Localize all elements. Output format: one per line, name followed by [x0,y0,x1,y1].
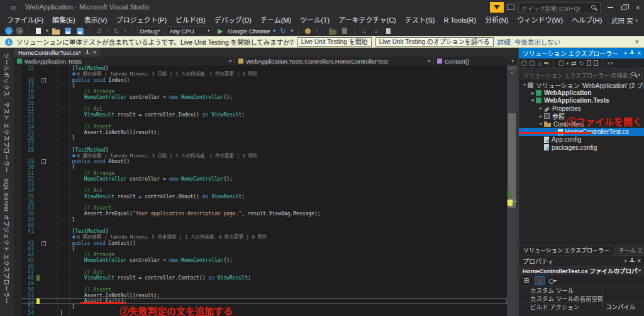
menu-item[interactable]: プロジェクト(P) [111,15,171,26]
code-line[interactable]: 30{ [14,164,507,170]
chevron-down-icon[interactable]: ▾ [638,72,640,77]
code-line[interactable]: 27 [14,141,507,147]
property-row[interactable]: カスタム ツール [519,286,644,295]
tab-team-explorer[interactable]: チーム エクスプローラー [614,246,644,256]
code-line[interactable]: 44// Arrange [14,252,507,257]
property-row[interactable]: ビルド アクションコンパイル [519,303,644,311]
code-line[interactable]: 24// Assert [14,124,507,130]
menu-item[interactable]: チーム(M) [256,15,296,26]
tree-item[interactable]: App.config [519,136,644,144]
code-line[interactable]: 41[TestMethod] [14,229,507,234]
menu-item[interactable]: R Tools(R) [439,15,480,26]
start-live-unit-testing-button[interactable]: Live Unit Testing を開始 [297,37,372,47]
pin-icon[interactable] [629,50,635,56]
menu-item[interactable]: 分析(N) [480,15,513,26]
new-file-icon[interactable] [34,26,43,35]
code-line[interactable]: 26} [14,135,507,141]
pending-changes-filter-icon[interactable] [558,60,564,66]
home-icon[interactable]: ⌂ [538,59,541,68]
refresh-icon[interactable]: ↻ [279,26,287,35]
collapse-all-icon[interactable] [587,60,591,66]
close-icon[interactable]: × [637,257,641,264]
code-line[interactable]: 46 [14,264,507,269]
undo-icon[interactable]: ↺ [95,26,104,35]
menu-item[interactable]: アーキテクチャ(C) [334,15,401,26]
code-line[interactable]: 47// Act [14,269,507,275]
window-position-icon[interactable]: ▾ [625,259,627,264]
start-debug-icon[interactable]: ▶ [216,26,225,35]
code-line[interactable]: 0 個の参照 | Takeda Minoru、3 日前 | 1 人の作成者、1 … [14,153,507,159]
code-line[interactable]: 39} [14,217,507,223]
code-line[interactable]: 23 [14,118,507,123]
tree-item[interactable]: ▸WebApplication [519,89,644,96]
chevron-down-icon[interactable]: ▾ [567,61,569,66]
menu-item[interactable]: テスト(S) [401,15,440,26]
menu-item[interactable]: 表示(V) [80,15,112,26]
properties-object-dropdown[interactable]: HomeControllerTest.cs ファイルのプロパティ ▾ [519,266,644,275]
document-tab[interactable]: HomeControllerTest.cs* × [14,48,101,57]
dismiss-link[interactable]: 今後表示しない [514,37,561,47]
pin-icon[interactable] [629,258,635,264]
tab-close-icon[interactable]: × [93,49,96,55]
code-line[interactable]: 53} [14,304,507,310]
vertical-scrollbar[interactable]: ⁘ ▲ [507,65,517,316]
code-line[interactable]: 36 [14,200,507,205]
navigate-back-icon[interactable]: ← [5,27,13,35]
chevron-down-icon[interactable]: ▾ [274,28,276,33]
restore-button[interactable] [618,3,630,13]
menu-item[interactable]: ヘルプ(H) [567,15,606,26]
chevron-down-icon[interactable]: ▾ [46,28,48,33]
tab-solution-explorer[interactable]: ソリューション エクスプローラー [519,246,614,256]
scroll-up-icon[interactable]: ▲ [507,71,517,74]
menu-item[interactable]: ビルド(B) [171,15,210,26]
quick-launch-input[interactable]: クイック起動 (Ctrl+Q) [518,3,601,13]
splitter-grip-icon[interactable]: ⁘ [507,65,517,71]
back-icon[interactable] [521,60,527,66]
save-icon[interactable] [64,26,72,35]
code-line[interactable]: 51Assert.IsNotNull(result); [14,293,507,298]
code-line[interactable]: 38Assert.AreEqual("Your application desc… [14,211,507,217]
code-line[interactable]: 0 個の参照 | Takeda Minoru、5 分未満前 | 1 人の作成者、… [14,234,507,240]
close-button[interactable]: × [631,3,644,13]
code-line[interactable]: 29-public void About() [14,159,507,164]
code-line[interactable]: 37// Assert [14,205,507,211]
send-feedback-icon[interactable] [507,4,514,10]
menu-item[interactable]: ウィンドウ(W) [513,15,567,26]
menu-item[interactable]: ファイル(F) [3,15,48,26]
code-line[interactable]: 49 [14,281,507,286]
tool-window-tab[interactable]: ツールボックス [3,53,11,97]
alphabetical-sort-icon[interactable]: ↓ [535,276,545,285]
refresh-icon[interactable]: ↻ [579,59,584,68]
project-dropdown[interactable]: WebApplication.Tests ▾ [14,57,235,65]
code-line[interactable]: 33 [14,182,507,188]
feedback-filter-button[interactable] [490,2,504,13]
start-browser-label[interactable]: Google Chrome [228,28,270,35]
tree-item[interactable]: ▸Properties [519,104,644,112]
solution-platform-dropdown[interactable]: Any CPU▾ [167,26,213,35]
menu-item[interactable]: ツール(T) [296,15,334,26]
minimize-button[interactable] [604,3,616,13]
view-code-icon[interactable]: <> [608,59,613,68]
code-line[interactable]: 17{ [14,83,507,89]
code-line[interactable]: 16-public void Index() [14,77,507,83]
infobar-close-icon[interactable]: × [635,38,639,45]
member-dropdown[interactable]: Contact() ▾ [434,57,517,65]
properties-title-bar[interactable]: プロパティ ▾ × [519,256,644,266]
tree-item[interactable]: ▾WebApplication.Tests [519,97,644,104]
open-file-icon[interactable] [52,26,60,35]
code-line[interactable]: 15[TestMethod] [14,65,507,71]
code-line[interactable]: 50// Assert [14,287,507,293]
tool-window-tab[interactable]: テスト エクスプローラー [3,102,11,173]
pin-icon[interactable] [84,50,90,55]
details-link[interactable]: 詳細 [497,37,511,47]
bookmark-icon[interactable] [384,26,392,35]
solution-explorer-search-input[interactable]: ソリューション エクスプローラー の検索 (Ctrl+;) ▾ [521,71,643,79]
code-line[interactable]: 40 [14,223,507,229]
menu-item[interactable]: デバッグ(D) [210,15,256,26]
sync-with-active-document-icon[interactable]: ⇄ [571,59,576,68]
code-line[interactable]: 35ViewResult result = controller.About()… [14,194,507,200]
tree-item[interactable]: ▾ソリューション 'WebApplication' (2 プロジェクト) [519,81,644,89]
redo-icon[interactable]: ↻ [112,26,121,35]
chevron-down-icon[interactable]: ▾ [291,28,293,33]
forward-icon[interactable] [530,60,535,66]
